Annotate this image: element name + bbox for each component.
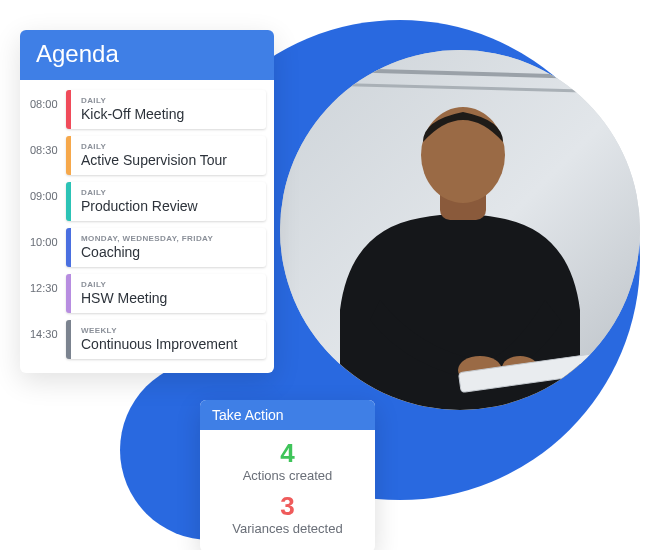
agenda-item[interactable]: WEEKLYContinuous Improvement <box>66 320 266 359</box>
metric: 3Variances detected <box>212 493 363 536</box>
take-action-card: Take Action 4Actions created3Variances d… <box>200 400 375 550</box>
agenda-time: 10:00 <box>28 228 66 267</box>
agenda-row[interactable]: 12:30DAILYHSW Meeting <box>28 274 266 313</box>
take-action-title: Take Action <box>200 400 375 430</box>
agenda-item-title: HSW Meeting <box>81 290 256 306</box>
agenda-item[interactable]: DAILYHSW Meeting <box>66 274 266 313</box>
metric-label: Variances detected <box>212 521 363 536</box>
metric-value: 4 <box>212 440 363 466</box>
agenda-item[interactable]: MONDAY, WEDNESDAY, FRIDAYCoaching <box>66 228 266 267</box>
agenda-list: 08:00DAILYKick-Off Meeting08:30DAILYActi… <box>20 80 274 373</box>
metric-label: Actions created <box>212 468 363 483</box>
agenda-frequency: DAILY <box>81 96 256 105</box>
svg-point-4 <box>421 107 505 203</box>
agenda-item[interactable]: DAILYKick-Off Meeting <box>66 90 266 129</box>
agenda-item-title: Kick-Off Meeting <box>81 106 256 122</box>
agenda-row[interactable]: 09:00DAILYProduction Review <box>28 182 266 221</box>
agenda-frequency: MONDAY, WEDNESDAY, FRIDAY <box>81 234 256 243</box>
agenda-time: 12:30 <box>28 274 66 313</box>
agenda-item-title: Continuous Improvement <box>81 336 256 352</box>
agenda-row[interactable]: 10:00MONDAY, WEDNESDAY, FRIDAYCoaching <box>28 228 266 267</box>
agenda-frequency: DAILY <box>81 142 256 151</box>
agenda-time: 14:30 <box>28 320 66 359</box>
metric: 4Actions created <box>212 440 363 483</box>
agenda-item-title: Coaching <box>81 244 256 260</box>
agenda-title: Agenda <box>20 30 274 80</box>
agenda-item-title: Active Supervision Tour <box>81 152 256 168</box>
agenda-card: Agenda 08:00DAILYKick-Off Meeting08:30DA… <box>20 30 274 373</box>
agenda-row[interactable]: 08:30DAILYActive Supervision Tour <box>28 136 266 175</box>
agenda-frequency: WEEKLY <box>81 326 256 335</box>
agenda-row[interactable]: 08:00DAILYKick-Off Meeting <box>28 90 266 129</box>
agenda-frequency: DAILY <box>81 188 256 197</box>
user-photo <box>280 50 640 410</box>
agenda-frequency: DAILY <box>81 280 256 289</box>
agenda-time: 09:00 <box>28 182 66 221</box>
take-action-body: 4Actions created3Variances detected <box>200 430 375 550</box>
agenda-item[interactable]: DAILYActive Supervision Tour <box>66 136 266 175</box>
agenda-item-title: Production Review <box>81 198 256 214</box>
agenda-row[interactable]: 14:30WEEKLYContinuous Improvement <box>28 320 266 359</box>
agenda-item[interactable]: DAILYProduction Review <box>66 182 266 221</box>
metric-value: 3 <box>212 493 363 519</box>
agenda-time: 08:30 <box>28 136 66 175</box>
agenda-time: 08:00 <box>28 90 66 129</box>
